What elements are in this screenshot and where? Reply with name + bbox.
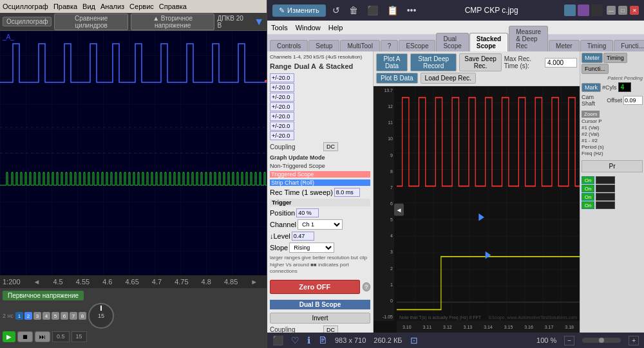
ch-on-4[interactable]: On [582, 201, 594, 209]
icon-c[interactable] [591, 5, 603, 16]
icon-a[interactable] [564, 5, 576, 16]
zoom-out-btn[interactable]: − [564, 336, 574, 345]
offset-input[interactable] [623, 96, 643, 105]
knob-control[interactable]: 15 [88, 303, 114, 329]
max-rec-input[interactable] [545, 58, 577, 68]
tab-timing[interactable]: Timing [580, 40, 614, 51]
tab-escope[interactable]: EScope [399, 40, 435, 51]
tab-stackedscope[interactable]: Stacked Scope [469, 33, 508, 51]
coupling-btn-b[interactable]: DC [323, 325, 338, 333]
ch-on-2[interactable]: On [582, 185, 594, 192]
scroll-right-icon[interactable]: ► [251, 278, 258, 286]
tab-meter[interactable]: Meter [549, 40, 580, 51]
channel-select-a[interactable]: Ch 1Ch 2Ch 3Ch 4 [298, 219, 343, 230]
play-btn[interactable]: ▶ [3, 331, 15, 342]
stop-btn[interactable]: ⏹ [17, 331, 33, 342]
toolbar-oscillo-btn[interactable]: Осциллограф [3, 17, 52, 26]
slope-select-a[interactable]: RisingFalling [289, 243, 334, 253]
tab-help[interactable]: ? [381, 40, 399, 51]
tab-setup[interactable]: Setup [308, 40, 339, 51]
edit-button[interactable]: ✎ Изменить [272, 5, 326, 17]
plot-a-btn[interactable]: Plot A Data [376, 53, 408, 71]
menu-analysis[interactable]: Анализ [100, 3, 124, 10]
capture-button[interactable]: ⬛ [365, 4, 381, 17]
range-input-1[interactable] [270, 73, 294, 82]
range-input-5[interactable] [270, 112, 294, 121]
range-input-7[interactable] [270, 131, 294, 140]
plot-b-btn[interactable]: Plot B Data [376, 73, 418, 84]
menu-oscillograph[interactable]: Осциллограф [3, 3, 48, 10]
more-button[interactable]: ••• [404, 4, 419, 17]
ch-on-1[interactable]: On [582, 176, 594, 184]
menu-help[interactable]: Справка [159, 3, 187, 10]
ch-on-3[interactable]: On [582, 193, 594, 201]
tab-controls[interactable]: Controls [270, 40, 308, 51]
coupling-btn-a[interactable]: DC [323, 142, 338, 151]
level-input-a[interactable] [292, 232, 314, 241]
tab-dualscope[interactable]: Dual Scope [436, 33, 468, 51]
maximize-btn[interactable]: □ [618, 6, 627, 15]
strip-chart-option[interactable]: Strip Chart (Roll) [270, 179, 370, 186]
position-input-a[interactable] [296, 208, 319, 217]
ch8-indicator[interactable]: 8 [79, 312, 86, 320]
ch6-indicator[interactable]: 6 [61, 312, 68, 320]
ch3-indicator[interactable]: 3 [33, 312, 41, 320]
graph-area[interactable]: 13.7 12 11 10 9 8 7 6 5 4 3 2 1 0 -1.05 [374, 86, 580, 333]
time-label-5: 4.75 [175, 278, 188, 286]
camshaft-label: Cam Shaft [582, 94, 603, 107]
zero-help-btn[interactable]: ? [363, 282, 370, 291]
load-deep-btn[interactable]: Load Deep Rec. [421, 73, 476, 84]
menu-view[interactable]: Вид [82, 3, 95, 10]
ch5-indicator[interactable]: 5 [52, 312, 59, 320]
ch4-indicator[interactable]: 4 [43, 312, 50, 320]
refresh-button[interactable]: ↺ [330, 4, 343, 17]
expand-arrow[interactable]: ◄ [394, 203, 404, 215]
range-input-2[interactable] [270, 83, 294, 92]
meter-tab-btn[interactable]: Meter [582, 53, 603, 63]
settings-panel: Channels 1-4, 250 kS/S (4uS resolution) … [267, 51, 374, 333]
zoom-btn-1[interactable]: Zoom [582, 111, 600, 118]
toolbar-voltage-btn[interactable]: ▲ Вторичное напряжение [131, 14, 215, 30]
forward-btn[interactable]: ⏭ [35, 331, 50, 342]
function-tab-btn[interactable]: Functi... [582, 64, 609, 74]
zoom-in-btn[interactable]: + [629, 336, 639, 345]
tab-measure[interactable]: Measure & Deep Rec [509, 26, 548, 51]
toolbar-cylcomp-btn[interactable]: Сравнение цилиндров [54, 14, 128, 30]
menu-help[interactable]: Help [328, 24, 343, 32]
menu-edit[interactable]: Правка [53, 3, 77, 10]
zero-off-btn[interactable]: Zero OFF [270, 280, 360, 294]
y-label-neg: -1.05 [375, 315, 393, 319]
range-input-6[interactable] [270, 122, 294, 131]
status-icon-5: ⊡ [410, 335, 418, 345]
pr-btn[interactable]: Pr [582, 160, 643, 172]
tab-function[interactable]: Functi... [614, 40, 644, 51]
param-diff: #1 - #2 [582, 138, 643, 143]
range-input-4[interactable] [270, 102, 294, 111]
mark-btn[interactable]: Mark [582, 83, 601, 92]
minimize-btn[interactable]: — [607, 6, 616, 15]
ch7-indicator[interactable]: 7 [70, 312, 77, 320]
menu-service[interactable]: Сервис [129, 3, 154, 10]
range-input-3[interactable] [270, 93, 294, 102]
save-deep-btn[interactable]: Save Deep Rec. [459, 53, 501, 71]
ch2-indicator[interactable]: 2 [24, 312, 32, 320]
tab-multitool[interactable]: MultiTool [340, 40, 379, 51]
status-icon-2: ♡ [291, 335, 299, 345]
scope-top-row2: Plot B Data Load Deep Rec. [376, 73, 577, 84]
ch1-indicator[interactable]: 1 [15, 312, 23, 320]
scroll-left-icon[interactable]: ◄ [33, 278, 41, 286]
menu-window[interactable]: Window [296, 24, 321, 32]
close-btn[interactable]: ✕ [630, 6, 639, 15]
copy-button[interactable]: 📋 [384, 4, 401, 17]
start-deep-btn[interactable]: Start Deep Record [410, 53, 457, 71]
delete-button[interactable]: 🗑 [346, 4, 361, 17]
non-triggered-option[interactable]: Non-Triggered Scope [270, 163, 370, 169]
menu-tools[interactable]: Tools [271, 24, 288, 32]
ch-display-2 [596, 185, 615, 192]
triggered-scope-option[interactable]: Triggered Scope [270, 171, 370, 178]
rec-time-input[interactable] [334, 188, 360, 197]
icon-b[interactable] [578, 5, 589, 16]
invert-btn[interactable]: Invert [270, 313, 370, 324]
timing-tab-btn[interactable]: Timing [603, 53, 627, 63]
zoom-slider[interactable] [582, 338, 621, 343]
